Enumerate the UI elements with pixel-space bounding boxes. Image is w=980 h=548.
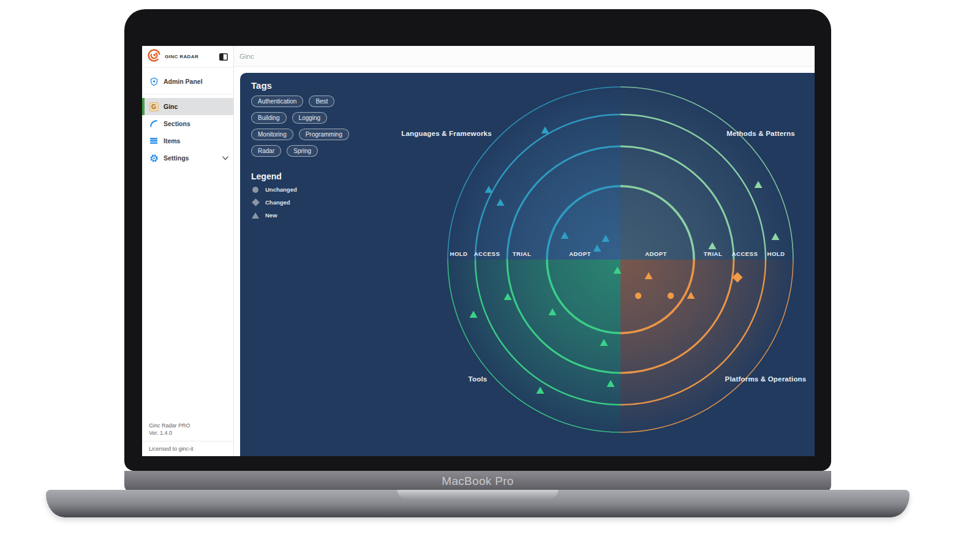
sidebar-item-ginc[interactable]: GGinc — [142, 98, 233, 115]
tag-pill[interactable]: Building — [251, 112, 287, 124]
legend-item-label: Changed — [265, 199, 290, 206]
quadrant-sector — [620, 260, 793, 432]
quadrant-sector — [448, 260, 620, 432]
divider — [142, 441, 233, 441]
license-label: Licensed to ginc-it — [142, 445, 233, 456]
quadrant-sector — [620, 87, 793, 260]
sidebar-item-items[interactable]: Items — [142, 132, 233, 149]
radar-side-panels: Tags AuthenticationBestBuildingLoggingMo… — [251, 80, 361, 225]
legend-triangle-icon — [251, 212, 260, 219]
divider — [142, 94, 233, 94]
tags-title: Tags — [251, 80, 361, 91]
legend-item-label: New — [265, 212, 277, 219]
laptop-hinge: MacBook Pro — [124, 471, 831, 492]
radar-blip-circle[interactable] — [668, 293, 674, 299]
legend-item-label: Unchanged — [265, 186, 297, 193]
tag-pill[interactable]: Programming — [299, 129, 349, 140]
tag-pill[interactable]: Monitoring — [251, 129, 293, 140]
tag-pill[interactable]: Spring — [287, 145, 318, 157]
g-avatar-icon: G — [149, 102, 159, 111]
ring-label: TRIAL — [513, 250, 531, 257]
quadrant-label: Methods & Patterns — [726, 130, 795, 137]
chevron-down-icon — [222, 156, 228, 160]
ring-label: HOLD — [767, 250, 785, 257]
breadcrumb: Ginc — [234, 53, 254, 60]
quadrant-label: Languages & Frameworks — [401, 130, 492, 137]
sidebar-item-label: Ginc — [164, 103, 228, 110]
sidebar-item-label: Settings — [164, 154, 222, 162]
sidebar-nav: GGincSectionsItemsSettings — [142, 98, 233, 167]
tag-pill[interactable]: Radar — [251, 145, 281, 157]
legend-circle-icon — [251, 187, 260, 193]
brand-title: GINC RADAR — [165, 54, 219, 59]
sidebar-item-label: Items — [164, 137, 228, 145]
arc-icon — [149, 119, 159, 128]
ring-label: TRIAL — [704, 250, 722, 257]
sidebar-item-admin-panel[interactable]: Admin Panel — [142, 73, 233, 90]
legend: Legend UnchangedChangedNew — [251, 171, 361, 219]
radar-blip-circle[interactable] — [635, 293, 641, 299]
legend-title: Legend — [251, 171, 361, 181]
ring-label: ADOPT — [569, 250, 591, 257]
quadrant-label: Tools — [469, 375, 488, 383]
product-name: Ginc Radar PRO — [142, 422, 233, 429]
sidebar: GINC RADAR Admin Panel GGincSectionsItem… — [142, 46, 234, 456]
tag-pill[interactable]: Best — [309, 96, 334, 107]
content-area: HOLDACCESSTRIALADOPTADOPTTRIALACCESSHOLD… — [234, 67, 815, 456]
sidebar-item-label: Admin Panel — [164, 78, 228, 85]
quadrant-label: Platforms & Operations — [725, 375, 807, 383]
sidebar-item-sections[interactable]: Sections — [142, 115, 233, 132]
ring-label: ACCESS — [732, 250, 758, 257]
sidebar-item-settings[interactable]: Settings — [142, 149, 233, 167]
ring-label: HOLD — [450, 250, 468, 257]
tag-pill[interactable]: Logging — [292, 112, 328, 124]
radar-card: HOLDACCESSTRIALADOPTADOPTTRIALACCESSHOLD… — [240, 73, 815, 456]
tag-list: AuthenticationBestBuildingLoggingMonitor… — [251, 96, 360, 157]
ring-label: ACCESS — [474, 250, 500, 257]
gear-icon — [149, 154, 159, 163]
sidebar-toggle-icon[interactable] — [219, 53, 228, 61]
sidebar-item-label: Sections — [164, 120, 228, 127]
legend-item: Changed — [251, 199, 361, 206]
ring-label: ADOPT — [645, 250, 667, 257]
tag-pill[interactable]: Authentication — [251, 96, 303, 107]
legend-item: Unchanged — [251, 186, 361, 193]
version-label: Ver. 1.4.0 — [142, 429, 233, 437]
quadrant-sector — [448, 87, 620, 260]
device-label: MacBook Pro — [442, 475, 513, 487]
laptop-notch — [398, 490, 558, 499]
app-screen: GINC RADAR Admin Panel GGincSectionsItem… — [142, 46, 815, 456]
admin-shield-icon — [149, 77, 159, 86]
page: MacBook Pro GINC RADAR — [0, 0, 980, 548]
legend-item: New — [251, 212, 361, 219]
sidebar-footer: Ginc Radar PRO Ver. 1.4.0 Licensed to gi… — [142, 422, 233, 456]
sidebar-nav-top: Admin Panel — [142, 73, 233, 90]
sidebar-header: GINC RADAR — [142, 46, 233, 68]
content-header: Ginc — [234, 46, 815, 67]
ginc-radar-logo-icon — [147, 48, 161, 65]
table-icon — [149, 137, 159, 145]
legend-diamond-icon — [251, 200, 260, 205]
